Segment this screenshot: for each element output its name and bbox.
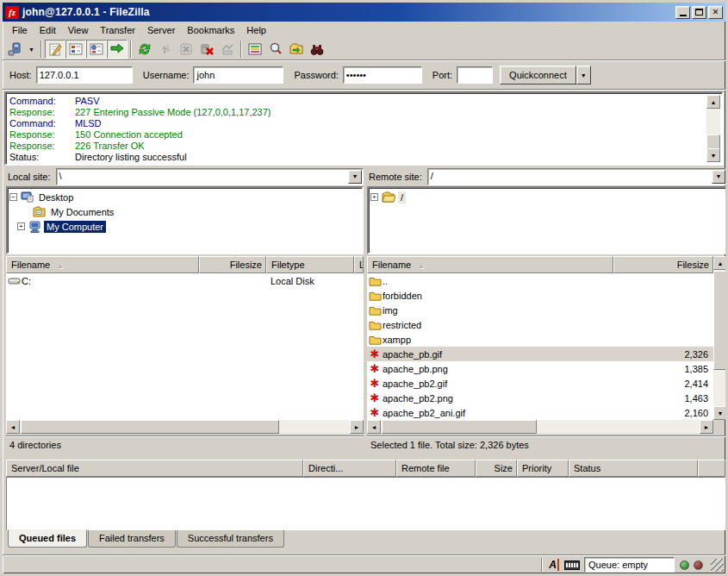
local-site-dropdown[interactable]: ▼: [348, 170, 362, 184]
process-queue-button[interactable]: [155, 40, 176, 59]
title-bar[interactable]: fz john@127.0.0.1 - FileZilla ✕: [3, 3, 725, 22]
menu-server[interactable]: Server: [141, 23, 181, 37]
tab-successful-transfers[interactable]: Successful transfers: [177, 530, 284, 548]
menu-bookmarks[interactable]: Bookmarks: [181, 23, 240, 37]
file-row[interactable]: ✱apache_pb.png1,385: [367, 361, 713, 376]
selected-tree-item: My Computer: [44, 221, 106, 233]
scroll-down-icon[interactable]: ▼: [713, 406, 727, 420]
scroll-up-icon[interactable]: ▲: [713, 256, 727, 270]
remote-vscrollbar-thumb[interactable]: [713, 271, 727, 370]
file-row[interactable]: forbidden: [367, 288, 713, 303]
toolbar-separator: [130, 41, 132, 58]
tree-item-my-computer[interactable]: + My Computer: [9, 219, 360, 234]
column-header-filename[interactable]: Filename▲: [367, 256, 613, 273]
local-hscrollbar-thumb[interactable]: [21, 420, 279, 434]
tab-failed-transfers[interactable]: Failed transfers: [88, 530, 176, 548]
queue-header: Server/Local file Directi... Remote file…: [6, 460, 725, 477]
speed-limit-indicator-icon[interactable]: [564, 558, 580, 572]
column-header-status[interactable]: Status: [569, 460, 698, 477]
column-header-filesize[interactable]: Filesize: [613, 256, 713, 273]
remote-vertical-scrollbar[interactable]: ▲ ▼: [713, 256, 727, 420]
column-header-remote-file[interactable]: Remote file: [396, 460, 476, 477]
file-row[interactable]: C: Local Disk: [6, 273, 364, 288]
filter-button[interactable]: [245, 40, 265, 59]
username-input[interactable]: [193, 66, 283, 84]
file-row[interactable]: ✱apache_pb2_ani.gif2,160: [367, 405, 713, 420]
username-label: Username:: [143, 70, 190, 80]
scroll-down-icon[interactable]: ▼: [706, 148, 720, 162]
find-files-button[interactable]: [307, 40, 327, 59]
log-label: Response:: [9, 107, 75, 118]
filter-icon: [247, 41, 263, 57]
file-row[interactable]: xampp: [367, 332, 713, 347]
scroll-left-icon[interactable]: ◄: [367, 420, 381, 434]
remote-site-dropdown[interactable]: ▼: [712, 170, 725, 184]
expand-icon[interactable]: +: [17, 222, 25, 230]
host-input[interactable]: [36, 66, 133, 84]
local-site-value: \: [59, 171, 62, 181]
toggle-message-log-button[interactable]: [45, 40, 65, 59]
remote-site-combo[interactable]: / ▼: [427, 168, 727, 185]
file-row[interactable]: img: [367, 303, 713, 317]
log-label: Command:: [9, 118, 75, 129]
filezilla-logo-icon: fz: [5, 6, 19, 19]
scroll-right-icon[interactable]: ►: [700, 420, 713, 434]
expand-icon[interactable]: +: [370, 193, 378, 201]
tab-queued-files[interactable]: Queued files: [8, 529, 87, 548]
port-input[interactable]: [457, 66, 493, 84]
column-header-size[interactable]: Size: [476, 460, 517, 477]
column-header-lastmodified[interactable]: L: [354, 256, 364, 273]
column-header-server-local-file[interactable]: Server/Local file: [6, 460, 303, 477]
site-manager-icon: [7, 41, 22, 57]
file-row[interactable]: ✱apache_pb2.png1,463: [367, 391, 713, 405]
directory-comparison-button[interactable]: [265, 40, 286, 59]
ascii-data-type-icon[interactable]: A: [546, 558, 562, 572]
close-button[interactable]: ✕: [708, 6, 723, 19]
remote-status-text: Selected 1 file. Total size: 2,326 bytes: [367, 435, 727, 454]
menu-help[interactable]: Help: [240, 23, 272, 37]
menu-edit[interactable]: Edit: [34, 23, 62, 37]
status-bar: A Queue: empty: [3, 554, 725, 573]
menu-view[interactable]: View: [62, 23, 95, 37]
reconnect-button[interactable]: [217, 40, 238, 59]
refresh-button[interactable]: [134, 40, 155, 59]
file-row-selected[interactable]: ✱apache_pb.gif2,326: [367, 347, 713, 361]
menu-file[interactable]: File: [6, 23, 34, 37]
password-input[interactable]: [343, 66, 422, 84]
resize-grip[interactable]: [711, 559, 724, 572]
file-row[interactable]: ✱apache_pb2.gif2,414: [367, 376, 713, 391]
menu-transfer[interactable]: Transfer: [94, 23, 141, 37]
site-manager-dropdown[interactable]: ▼: [25, 40, 38, 59]
tree-item-my-documents[interactable]: My Documents: [9, 204, 360, 219]
site-manager-button[interactable]: [4, 40, 25, 59]
toggle-local-tree-button[interactable]: [65, 40, 86, 59]
local-site-combo[interactable]: \ ▼: [56, 168, 364, 185]
maximize-button[interactable]: [692, 6, 706, 19]
column-header-filetype[interactable]: Filetype: [266, 256, 354, 273]
minimize-button[interactable]: [675, 6, 690, 19]
quickconnect-button[interactable]: Quickconnect: [500, 66, 576, 85]
file-row[interactable]: ..: [367, 273, 713, 288]
column-header-direction[interactable]: Directi...: [303, 460, 396, 477]
tree-item-desktop[interactable]: − Desktop: [9, 190, 360, 204]
toggle-transfer-queue-button[interactable]: [107, 40, 128, 59]
synchronized-browsing-button[interactable]: [286, 40, 307, 59]
local-horizontal-scrollbar[interactable]: ◄ ►: [6, 420, 364, 434]
remote-horizontal-scrollbar[interactable]: ◄ ►: [367, 420, 713, 434]
collapse-icon[interactable]: −: [9, 193, 17, 201]
column-header-filename[interactable]: Filename▲: [6, 256, 199, 273]
dropdown-icon: ▼: [581, 72, 587, 78]
scroll-up-icon[interactable]: ▲: [706, 95, 720, 109]
column-header-filesize[interactable]: Filesize: [199, 256, 266, 273]
scroll-right-icon[interactable]: ►: [350, 420, 364, 434]
cancel-operation-button[interactable]: [176, 40, 196, 59]
column-header-priority[interactable]: Priority: [517, 460, 569, 477]
tree-item-root[interactable]: + /: [370, 190, 724, 204]
scroll-left-icon[interactable]: ◄: [6, 420, 20, 434]
quickconnect-dropdown[interactable]: ▼: [576, 66, 591, 85]
log-scrollbar[interactable]: ▲ ▼: [706, 95, 720, 162]
remote-hscrollbar-thumb[interactable]: [382, 420, 537, 434]
toggle-remote-tree-button[interactable]: [86, 40, 107, 59]
disconnect-button[interactable]: [196, 40, 217, 59]
file-row[interactable]: restricted: [367, 317, 713, 332]
